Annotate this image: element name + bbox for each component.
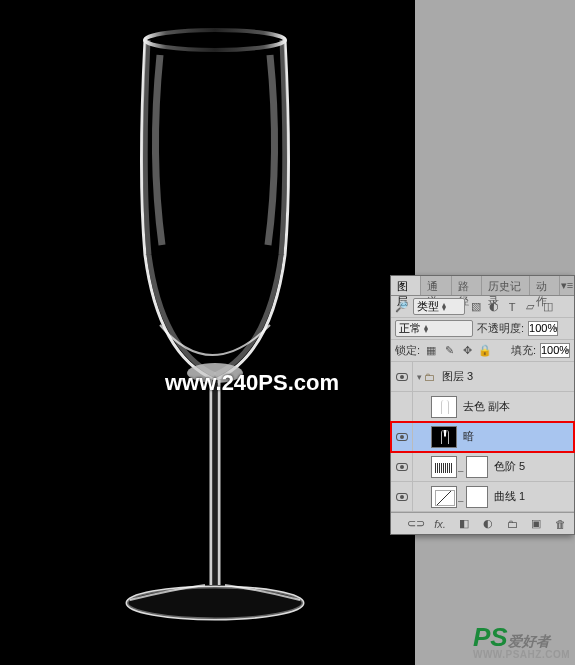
fill-input[interactable]: 100% <box>540 343 570 358</box>
wineglass-image <box>50 25 380 635</box>
lock-position-icon[interactable]: ✥ <box>460 344 474 358</box>
filter-shape-icon[interactable]: ▱ <box>523 300 537 314</box>
svg-point-0 <box>145 30 285 50</box>
lock-label: 锁定: <box>395 343 420 358</box>
filter-type-label: 类型 <box>417 299 439 314</box>
logo-ps: PS <box>473 622 508 652</box>
lock-all-icon[interactable]: 🔒 <box>478 344 492 358</box>
layer-row[interactable]: 暗 <box>391 422 574 452</box>
panel-tabs: 图层 通道 路径 历史记录 动作 ▾≡ <box>391 276 574 296</box>
tab-actions[interactable]: 动作 <box>530 276 560 295</box>
layer-mask[interactable] <box>466 486 488 508</box>
add-adjustment-icon[interactable]: ◐ <box>480 516 496 532</box>
folder-icon: 🗀 <box>422 370 436 384</box>
layer-name: 曲线 1 <box>494 489 525 504</box>
fill-label: 填充: <box>511 343 536 358</box>
opacity-input[interactable]: 100% <box>528 321 558 336</box>
visibility-toggle[interactable] <box>391 362 413 391</box>
fx-icon[interactable]: fx. <box>432 516 448 532</box>
visibility-toggle[interactable] <box>391 452 413 481</box>
tab-layers[interactable]: 图层 <box>391 276 421 295</box>
tab-paths[interactable]: 路径 <box>452 276 482 295</box>
logo-cn: 爱好者 <box>508 633 550 649</box>
add-mask-icon[interactable]: ◧ <box>456 516 472 532</box>
panel-menu-icon[interactable]: ▾≡ <box>560 276 574 295</box>
layer-name: 色阶 5 <box>494 459 525 474</box>
blend-mode-value: 正常 <box>399 321 421 336</box>
layer-row[interactable]: ⎯ 色阶 5 <box>391 452 574 482</box>
new-group-icon[interactable]: 🗀 <box>504 516 520 532</box>
layer-row[interactable]: ⎯ 曲线 1 <box>391 482 574 512</box>
filter-pixel-icon[interactable]: ▧ <box>469 300 483 314</box>
visibility-toggle[interactable] <box>391 422 413 451</box>
opacity-label: 不透明度: <box>477 321 524 336</box>
visibility-toggle[interactable] <box>391 392 413 421</box>
filter-adjust-icon[interactable]: ◐ <box>487 300 501 314</box>
blend-mode-select[interactable]: 正常 ▴▾ <box>395 320 473 337</box>
search-icon[interactable]: 🔎 <box>395 300 409 314</box>
layer-name: 暗 <box>463 429 474 444</box>
tab-channels[interactable]: 通道 <box>421 276 451 295</box>
layer-name: 去色 副本 <box>463 399 510 414</box>
adjustment-thumbnail[interactable] <box>431 456 457 478</box>
panel-bottom-bar: ⊂⊃ fx. ◧ ◐ 🗀 ▣ 🗑 <box>391 512 574 534</box>
link-layers-icon[interactable]: ⊂⊃ <box>408 516 424 532</box>
link-icon: ⎯ <box>458 462 463 472</box>
layers-list: ▾ 🗀 图层 3 去色 副本 暗 ⎯ 色阶 5 <box>391 362 574 512</box>
watermark-text: www.240PS.com <box>165 370 339 396</box>
new-layer-icon[interactable]: ▣ <box>528 516 544 532</box>
group-name: 图层 3 <box>442 369 473 384</box>
document-canvas[interactable]: www.240PS.com <box>0 0 415 665</box>
layer-row[interactable]: 去色 副本 <box>391 392 574 422</box>
filter-row: 🔎 类型 ▴▾ ▧ ◐ T ▱ ◫ <box>391 296 574 318</box>
site-logo: PS爱好者 WWW.PSAHZ.COM <box>473 622 570 660</box>
filter-smart-icon[interactable]: ◫ <box>541 300 555 314</box>
visibility-toggle[interactable] <box>391 482 413 511</box>
delete-layer-icon[interactable]: 🗑 <box>552 516 568 532</box>
svg-point-6 <box>127 587 303 619</box>
layers-panel: 图层 通道 路径 历史记录 动作 ▾≡ 🔎 类型 ▴▾ ▧ ◐ T ▱ ◫ 正常… <box>390 275 575 535</box>
lock-transparency-icon[interactable]: ▦ <box>424 344 438 358</box>
blend-row: 正常 ▴▾ 不透明度: 100% <box>391 318 574 340</box>
lock-pixels-icon[interactable]: ✎ <box>442 344 456 358</box>
layer-mask[interactable] <box>466 456 488 478</box>
logo-url: WWW.PSAHZ.COM <box>473 649 570 660</box>
link-icon: ⎯ <box>458 492 463 502</box>
filter-type-select[interactable]: 类型 ▴▾ <box>413 298 465 315</box>
tab-history[interactable]: 历史记录 <box>482 276 530 295</box>
lock-row: 锁定: ▦ ✎ ✥ 🔒 填充: 100% <box>391 340 574 362</box>
adjustment-thumbnail[interactable] <box>431 486 457 508</box>
layer-thumbnail[interactable] <box>431 396 457 418</box>
layer-group[interactable]: ▾ 🗀 图层 3 <box>391 362 574 392</box>
layer-thumbnail[interactable] <box>431 426 457 448</box>
filter-type-icon[interactable]: T <box>505 300 519 314</box>
